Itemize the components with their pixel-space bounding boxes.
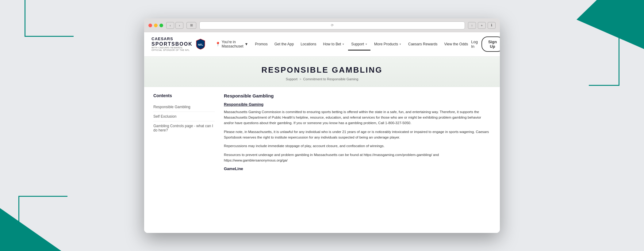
browser-actions: ↑ + ℹ [468, 22, 496, 29]
address-text: ⟳ [331, 23, 334, 27]
nav-caesars-rewards[interactable]: Caesars Rewards [405, 40, 440, 48]
view-mode-button[interactable]: ⊞ [186, 22, 196, 29]
deco-shape-bl [0, 190, 61, 251]
minimize-button[interactable] [154, 24, 158, 27]
sidebar-title: Contents [153, 93, 215, 98]
nav-more-products[interactable]: More Products ▼ [371, 40, 404, 48]
nfl-shield-icon: NFL [195, 39, 206, 50]
more-button[interactable]: ℹ [488, 22, 496, 29]
support-chevron-icon: ▼ [365, 43, 367, 46]
nav-location[interactable]: 📍 You're in Massachuset ▼ [212, 38, 251, 50]
nav-how-to-bet[interactable]: How to Bet ▼ [320, 40, 348, 48]
address-bar[interactable]: ⟳ [199, 21, 465, 29]
site-header: CAESARS SPORTSBOOK WITH CAESARS REWARDS.… [144, 32, 500, 57]
article-paragraph-4: Resources to prevent underage and proble… [224, 152, 491, 163]
logo-text: CAESARS SPORTSBOOK WITH CAESARS REWARDS.… [151, 37, 193, 51]
article-title: Responsible Gambling [224, 93, 491, 98]
deco-shape-bl2 [18, 196, 67, 226]
login-button[interactable]: Log In [471, 40, 478, 49]
article: Responsible Gambling Responsible Gaming … [224, 93, 491, 227]
gameline-label: GameLine [224, 166, 491, 171]
header-auth: Log In Sign Up [471, 36, 500, 52]
add-tab-button[interactable]: + [478, 22, 486, 29]
logo-caesars: CAESARS [151, 37, 193, 41]
more-products-chevron-icon: ▼ [399, 43, 401, 46]
breadcrumb-support[interactable]: Support [286, 77, 298, 81]
logo-sportsbook: SPORTSBOOK [151, 41, 193, 47]
traffic-lights [148, 24, 163, 27]
share-button[interactable]: ↑ [468, 22, 476, 29]
back-button[interactable]: ‹ [166, 22, 174, 29]
maximize-button[interactable] [159, 24, 163, 27]
location-text: You're in Massachuset [222, 40, 243, 48]
header-nav: 📍 You're in Massachuset ▼ Promos Get the… [212, 38, 471, 50]
deco-shape-tl [25, 0, 74, 37]
sidebar-link-gambling-controls[interactable]: Gambling Controls page - what can I do h… [153, 121, 215, 135]
breadcrumb-separator: > [299, 77, 301, 81]
article-paragraph-3: Repercussions may include immediate stop… [224, 143, 491, 149]
sidebar-link-self-exclusion[interactable]: Self Exclusion [153, 112, 215, 121]
nav-locations[interactable]: Locations [297, 40, 319, 48]
deco-shape-tr [577, 0, 644, 49]
sidebar-link-responsible-gambling[interactable]: Responsible Gambling [153, 102, 215, 112]
main-content: Contents Responsible Gambling Self Exclu… [144, 87, 500, 233]
browser-chrome: ‹ › ⊞ ⟳ ↑ + ℹ [144, 18, 500, 32]
svg-text:NFL: NFL [198, 43, 203, 46]
deco-shape-tr2 [589, 31, 619, 86]
nav-get-app[interactable]: Get the App [271, 40, 297, 48]
close-button[interactable] [148, 24, 152, 27]
logo-sub: WITH CAESARS REWARDS. [151, 47, 193, 49]
page-title: RESPONSIBLE GAMBLING [151, 65, 493, 75]
logo-area: CAESARS SPORTSBOOK WITH CAESARS REWARDS.… [151, 37, 206, 51]
browser-window: ‹ › ⊞ ⟳ ↑ + ℹ CAESARS SPORTSBOOK WITH CA… [144, 18, 500, 233]
nav-support[interactable]: Support ▼ [348, 40, 370, 48]
location-pin-icon: 📍 [215, 42, 220, 47]
article-paragraph-1: Massachusetts Gaming Commission is commi… [224, 109, 491, 126]
location-chevron-icon: ▼ [245, 42, 248, 46]
how-to-bet-chevron-icon: ▼ [342, 43, 344, 46]
signup-button[interactable]: Sign Up [481, 36, 500, 52]
browser-nav-buttons: ‹ › [166, 22, 183, 29]
sidebar: Contents Responsible Gambling Self Exclu… [153, 93, 215, 227]
forward-button[interactable]: › [175, 22, 183, 29]
breadcrumb: Support > Commitment to Responsible Gami… [151, 77, 493, 81]
hero-section: RESPONSIBLE GAMBLING Support > Commitmen… [144, 57, 500, 87]
article-subtitle: Responsible Gaming [224, 102, 491, 107]
nav-view-odds[interactable]: View the Odds [441, 40, 471, 48]
nav-promos[interactable]: Promos [252, 40, 270, 48]
article-paragraph-2: Please note, in Massachusetts, it is unl… [224, 129, 491, 140]
breadcrumb-current: Commitment to Responsible Gaming [303, 77, 358, 81]
logo-nfl: OFFICIAL SPONSOR OF THE NFL [151, 49, 193, 51]
browser-content: CAESARS SPORTSBOOK WITH CAESARS REWARDS.… [144, 32, 500, 233]
